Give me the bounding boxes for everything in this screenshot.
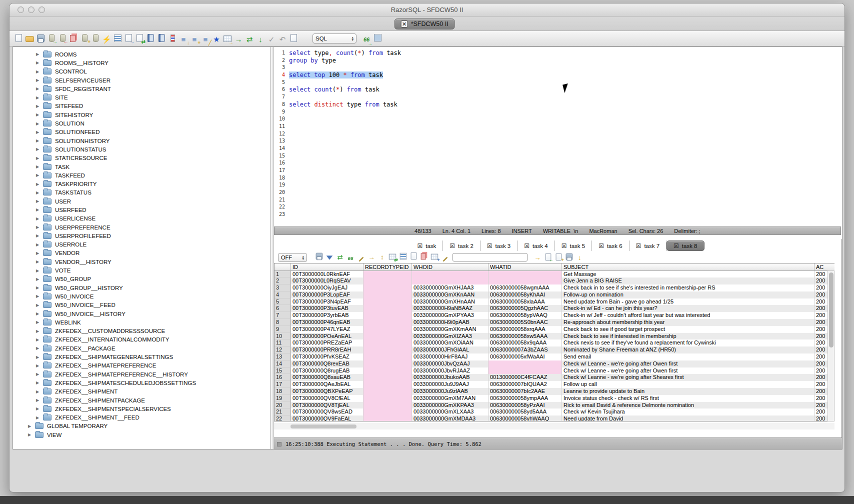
save-grid-icon[interactable] — [564, 252, 574, 261]
tree-item-userprofilefeed[interactable]: ▶USERPROFILEFEED — [13, 232, 270, 240]
disclosure-triangle-icon[interactable]: ▶ — [35, 70, 40, 74]
cell-whatid[interactable]: 006300000058ympAAA — [488, 395, 562, 402]
table-row[interactable]: 1800T3000000QBXPeEAP0033000000Ju9zlAAB00… — [274, 388, 834, 395]
cell-whatid[interactable]: 00630000005QgzhAAC — [488, 305, 562, 312]
disclosure-triangle-icon[interactable]: ▶ — [35, 303, 40, 308]
save-results-icon[interactable] — [314, 252, 324, 260]
cell-recordtypeid[interactable] — [364, 408, 412, 416]
cell-recordtypeid[interactable] — [364, 402, 412, 409]
tree-item-site[interactable]: ▶SITE — [13, 93, 270, 102]
cell-subject[interactable]: Need update from Bain - gave go ahead 1/… — [562, 298, 814, 306]
editor-line[interactable]: 1select type, count(*) from task — [274, 50, 841, 57]
connection-tab[interactable]: ✕ *SFDCW50 II — [394, 18, 455, 30]
row-number-cell[interactable]: 21 — [274, 408, 291, 416]
result-tab-task-3[interactable]: ☒task 3 — [480, 240, 518, 251]
cell-id[interactable]: 00T3000000QV9FaEAL — [291, 416, 364, 422]
table-row[interactable]: 1200T3000000PRR8rEAH0033000000JFhGlAAL00… — [274, 346, 834, 354]
table-row[interactable]: 1700T3000000QAeJbEAL0033000000Ju9J9AAJ00… — [274, 381, 834, 388]
disclosure-triangle-icon[interactable]: ▶ — [35, 60, 40, 65]
tree-item-zkfedex-shipmategeneralsettings[interactable]: ▶ZKFEDEX__SHIPMATEGENERALSETTINGS — [13, 352, 270, 361]
cell-subject[interactable]: Check-in w/ Jeff - couldn't afford last … — [562, 312, 814, 319]
row-number-cell[interactable]: 13 — [274, 354, 291, 360]
favorites-icon[interactable]: ★ — [212, 34, 222, 44]
tree-item-zkfedex-shipment[interactable]: ▶ZKFEDEX__SHIPMENT — [13, 388, 270, 396]
open-file-icon[interactable] — [24, 34, 34, 43]
cell-subject[interactable]: Follow-up on nomination — [562, 292, 814, 298]
run-down-icon[interactable]: ↓ — [256, 34, 266, 44]
disclosure-triangle-icon[interactable]: ▶ — [35, 234, 40, 238]
cell-recordtypeid[interactable] — [364, 284, 412, 292]
cell-id[interactable]: 00T3000000PfvKSEAZ — [291, 354, 364, 360]
result-tab-task-7[interactable]: ☒task 7 — [630, 240, 666, 251]
save-file-icon[interactable] — [36, 34, 46, 43]
editor-line[interactable]: 4select top 100 * from task — [274, 72, 841, 79]
cell-subject[interactable]: Check w/ Leanne - we're going after Owen… — [562, 368, 814, 374]
sql-mode-select[interactable]: SQL ▴▾ — [312, 34, 356, 44]
tree-item-zkfedex-internationalcommodity[interactable]: ▶ZKFEDEX__INTERNATIONALCOMMODITY — [13, 336, 270, 344]
column-header-whoid[interactable]: WHOID — [412, 264, 488, 270]
cell-whoid[interactable]: 0033000000GmXIZAA3 — [412, 333, 488, 340]
row-number-cell[interactable]: 2 — [274, 278, 291, 284]
tab-close-icon[interactable]: ☒ — [598, 243, 604, 249]
disclosure-triangle-icon[interactable]: ▶ — [35, 260, 40, 264]
cell-subject[interactable]: Check-in w/ Ed - can he join this year? — [562, 305, 814, 312]
disclosure-triangle-icon[interactable]: ▶ — [35, 130, 40, 134]
cell-whoid[interactable]: 0033000000GmXMDAA3 — [412, 416, 488, 422]
row-list-icon[interactable] — [398, 252, 408, 260]
cell-id[interactable]: 00T3000000QV8TjEAL — [291, 402, 364, 409]
cell-recordtypeid[interactable] — [364, 374, 412, 381]
download-rows-icon[interactable]: ↓ — [575, 254, 584, 262]
tree-item-sitefeed[interactable]: ▶SITEFEED — [13, 102, 270, 110]
disclosure-triangle-icon[interactable]: ▶ — [35, 138, 40, 143]
insert-row-icon[interactable]: → — [367, 252, 376, 261]
cell-recordtypeid[interactable] — [364, 388, 412, 395]
disclosure-triangle-icon[interactable]: ▶ — [35, 416, 40, 420]
tree-item-rooms[interactable]: ▶ROOMS — [13, 50, 270, 58]
cell-whatid[interactable]: 006300000058x9qAAA — [488, 340, 562, 346]
cell-subject[interactable]: Need update from David — [562, 416, 814, 422]
cell-subject[interactable]: Check back to see if good target prospec… — [562, 326, 814, 333]
result-tab-task-5[interactable]: ☒task 5 — [555, 240, 592, 251]
copy-rows-icon[interactable] — [420, 251, 428, 260]
row-number-cell[interactable]: 5 — [274, 298, 291, 306]
editor-line[interactable]: 22 — [274, 204, 841, 211]
tree-item-zkfedex-shipment-feed[interactable]: ▶ZKFEDEX__SHIPMENT__FEED — [13, 413, 270, 422]
compose-row-icon[interactable]: + — [554, 252, 563, 261]
row-number-cell[interactable]: 9 — [274, 326, 291, 333]
tree-item-zkfedex-shipmentspecialservices[interactable]: ▶ZKFEDEX__SHIPMENTSPECIALSERVICES — [13, 404, 270, 413]
cell-recordtypeid[interactable] — [364, 292, 412, 298]
editor-line[interactable]: 14 — [274, 145, 841, 152]
table-export-icon[interactable]: → — [222, 34, 232, 44]
table-row[interactable]: 300T3000000OiyJgEAJ0033000000GmXHJAA3006… — [274, 284, 834, 292]
view-glasses-icon[interactable]: 66 — [346, 254, 355, 262]
view-results-icon[interactable]: 66→ — [362, 35, 372, 44]
cell-id[interactable]: 00T3000000P3N4pEAF — [291, 298, 364, 306]
cell-recordtypeid[interactable] — [364, 354, 412, 360]
disclosure-triangle-icon[interactable]: ▶ — [35, 338, 40, 342]
cell-whatid[interactable] — [488, 360, 562, 368]
cell-whoid[interactable]: 0033000000Ju9zlAAB — [412, 388, 488, 395]
disclosure-triangle-icon[interactable]: ▶ — [35, 190, 40, 195]
disclosure-triangle-icon[interactable]: ▶ — [35, 112, 40, 117]
tab-close-icon[interactable]: ☒ — [524, 243, 530, 249]
cell-id[interactable]: 00T3000000P46qnEAB — [291, 319, 364, 326]
cell-whoid[interactable]: 0033000000JbvQzAAJ — [412, 360, 488, 368]
row-number-cell[interactable]: 20 — [274, 402, 291, 409]
row-number-cell[interactable]: 16 — [274, 374, 291, 381]
column-header-whatid[interactable]: WHATID — [488, 264, 562, 270]
cell-whatid[interactable]: 006300000058ypVAAQ — [488, 312, 562, 319]
table-row[interactable]: 1600T3000000Q8sauEAB0033000000JbukoAAB00… — [274, 374, 834, 381]
cell-whoid[interactable]: 0033000000H9i0pAAB — [412, 319, 488, 326]
row-number-cell[interactable]: 12 — [274, 346, 291, 354]
tree-item-zkfedex-shipmatepreference[interactable]: ▶ZKFEDEX__SHIPMATEPREFERENCE — [13, 362, 270, 370]
table-row[interactable]: 700T3000000P3yrbEAB0033000000GmXPYAA3006… — [274, 312, 834, 319]
pane-splitter[interactable] — [272, 47, 274, 449]
disclosure-triangle-icon[interactable]: ▶ — [35, 320, 40, 324]
editor-line[interactable]: 23 — [274, 211, 841, 218]
cell-whoid[interactable]: 0033000000GmXKPAA3 — [412, 402, 488, 409]
table-row[interactable]: 1000T3000000POeAnEAL0033000000GmXIZAA300… — [274, 333, 834, 340]
row-number-cell[interactable]: 1 — [274, 271, 291, 278]
cell-id[interactable]: 00T3000000Q8rexEAB — [291, 360, 364, 368]
cell-whatid[interactable]: 0013000000C4fFCAAZ — [488, 374, 562, 381]
commit-icon[interactable]: ✓ — [266, 34, 276, 44]
